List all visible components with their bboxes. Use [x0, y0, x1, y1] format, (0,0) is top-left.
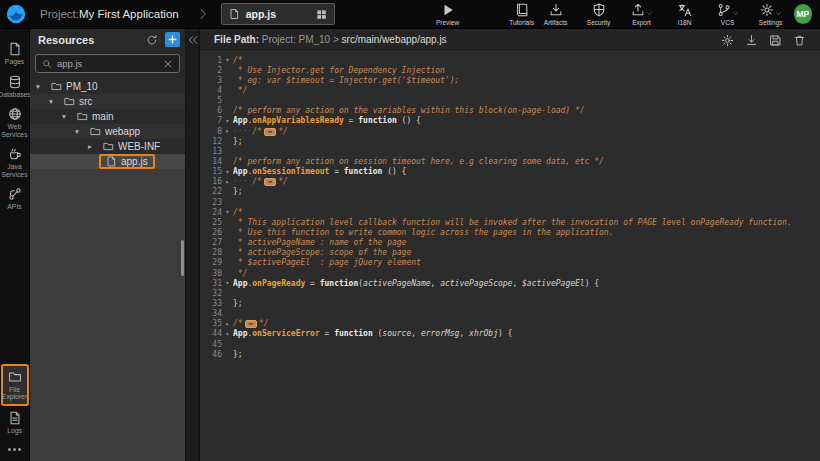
caret-down-icon[interactable]: ▾ — [36, 82, 47, 91]
code-line-27: 27 * activePageName : name of the page — [200, 238, 820, 248]
code-line-16: 16▸····/*⋯*/ — [200, 177, 820, 187]
sidebar-item-databases[interactable]: Databases — [0, 70, 30, 103]
project-label: Project: — [40, 8, 79, 20]
fold-open-icon[interactable]: ▾ — [222, 56, 233, 64]
code-line-25: 25 * This application level callback fun… — [200, 217, 820, 227]
tree-item-content: PM_10 — [47, 81, 102, 92]
folded-code-placeholder[interactable]: ⋯ — [245, 320, 257, 328]
tree-item-label: app.js — [121, 156, 148, 167]
avatar[interactable]: MP — [794, 4, 812, 24]
caret-down-icon[interactable]: ▾ — [75, 127, 86, 136]
fold-open-icon[interactable]: ▾ — [222, 168, 233, 176]
tree-item-app-js[interactable]: app.js — [30, 154, 185, 169]
tutorials-label: Tutorials — [509, 19, 534, 26]
tree-item-pm-10[interactable]: ▾PM_10 — [30, 79, 185, 94]
fold-open-icon[interactable]: ▾ — [222, 117, 233, 125]
clear-search-icon[interactable] — [163, 59, 173, 69]
sidebar-item-pages[interactable]: Pages — [0, 37, 30, 70]
chevron-right-icon — [197, 8, 209, 20]
tree-item-label: main — [92, 111, 114, 122]
tree-item-label: src — [79, 96, 92, 107]
export-icon — [631, 3, 645, 17]
fold-open-icon[interactable]: ▾ — [222, 330, 233, 338]
tutorials-button[interactable]: Tutorials — [505, 3, 539, 26]
file-path-prefix: Project: PM_10 > — [259, 34, 342, 45]
sidebar-item-java-services[interactable]: Java Services — [0, 142, 30, 182]
collapse-panel-icon[interactable] — [187, 34, 199, 46]
code-text: ····/*⋯*/ — [233, 127, 288, 136]
topbar-action-vcs[interactable]: VCS — [711, 3, 745, 26]
tree-item-content: main — [73, 111, 118, 122]
code-text: */ — [233, 86, 247, 95]
sidebar-item-web-services[interactable]: Web Services — [0, 102, 30, 142]
line-number: 35 — [200, 319, 222, 328]
fold-closed-icon[interactable]: ▸ — [222, 127, 233, 135]
code-text: * Use this function to write common logi… — [233, 228, 614, 237]
line-number: 12 — [200, 137, 222, 146]
left-sidebar: PagesDatabasesWeb ServicesJava ServicesA… — [0, 29, 30, 461]
sidebar-item-apis[interactable]: APIs — [0, 182, 30, 215]
topbar-action-settings[interactable]: Settings — [754, 3, 788, 26]
topbar-action-label: I18N — [678, 19, 692, 26]
topbar-action-security[interactable]: Security — [582, 3, 616, 26]
fold-closed-icon[interactable]: ▸ — [222, 320, 233, 328]
line-number: 7 — [200, 116, 222, 125]
resources-title: Resources — [38, 34, 146, 46]
tree-item-src[interactable]: ▾src — [30, 94, 185, 109]
topbar-action-icon-row — [592, 3, 606, 17]
fold-open-icon[interactable]: ▾ — [222, 279, 233, 287]
code-text: App.onSessionTimeout = function () { — [233, 167, 406, 176]
tree-item-webapp[interactable]: ▾webapp — [30, 124, 185, 139]
code-line-4: 4 */ — [200, 85, 820, 95]
save-icon[interactable] — [769, 33, 782, 46]
code-line-12: 12}; — [200, 136, 820, 146]
code-text: }; — [233, 187, 243, 196]
code-text: * activePageName : name of the page — [233, 238, 406, 247]
refresh-icon[interactable] — [146, 34, 158, 46]
topbar-action-artifacts[interactable]: Artifacts — [539, 3, 573, 26]
trash-icon[interactable] — [793, 33, 806, 46]
file-path-value: src/main/webapp/app.js — [342, 34, 447, 45]
fold-open-icon[interactable]: ▾ — [222, 208, 233, 216]
download-icon[interactable] — [745, 33, 758, 46]
topbar-action-export[interactable]: Export — [625, 3, 659, 26]
code-line-8: 8▸····/*⋯*/ — [200, 126, 820, 136]
caret-right-icon[interactable]: ▸ — [88, 142, 99, 151]
search-input[interactable]: app.js — [35, 54, 180, 73]
grid-icon[interactable] — [316, 9, 327, 20]
code-editor[interactable]: 1▾/*2 * Use Injector.get for Dependency … — [200, 50, 820, 461]
resources-scrollbar-thumb[interactable] — [181, 240, 184, 276]
folded-code-placeholder[interactable]: ⋯ — [264, 128, 276, 136]
app-logo-icon[interactable] — [6, 4, 26, 24]
code-text: App.onPageReady = function(activePageNam… — [233, 279, 599, 288]
code-line-34: 34 — [200, 309, 820, 319]
tab-appjs[interactable]: app.js — [221, 3, 335, 25]
folded-code-placeholder[interactable]: ⋯ — [264, 178, 276, 186]
preview-button[interactable]: Preview — [431, 3, 465, 26]
topbar-action-i18n[interactable]: I18N — [668, 3, 702, 26]
line-number: 23 — [200, 198, 222, 207]
more-options-icon[interactable] — [8, 438, 21, 457]
play-icon — [441, 3, 455, 17]
code-line-13: 13 — [200, 146, 820, 156]
add-resource-button[interactable] — [165, 32, 180, 47]
resources-search-row: app.js — [30, 50, 185, 79]
tree-item-web-inf[interactable]: ▸WEB-INF — [30, 139, 185, 154]
code-line-35: 35▸/*⋯*/ — [200, 319, 820, 329]
gear-icon[interactable] — [721, 33, 734, 46]
line-number: 44 — [200, 329, 222, 338]
sidebar-item-logs[interactable]: Logs — [0, 406, 30, 439]
sidebar-top-group: PagesDatabasesWeb ServicesJava ServicesA… — [0, 37, 29, 215]
line-number: 13 — [200, 147, 222, 156]
ide-window: Project:My First Application app.js Prev… — [0, 0, 820, 461]
folder-icon — [77, 111, 88, 122]
fold-closed-icon[interactable]: ▸ — [222, 178, 233, 186]
code-text: /* perform any action on session timeout… — [233, 157, 604, 166]
tree-item-main[interactable]: ▾main — [30, 109, 185, 124]
code-line-24: 24▾/* — [200, 207, 820, 217]
caret-down-icon[interactable]: ▾ — [49, 97, 60, 106]
caret-down-icon[interactable]: ▾ — [62, 112, 73, 121]
panel-divider[interactable] — [186, 29, 200, 461]
tree-item-content: webapp — [86, 126, 144, 137]
sidebar-item-file-explorer[interactable]: File Explorer — [1, 364, 29, 406]
